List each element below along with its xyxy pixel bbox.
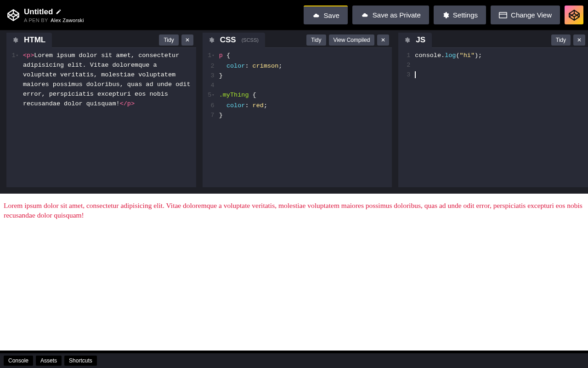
- change-view-button[interactable]: Change View: [491, 6, 560, 24]
- line-number: 1▾: [6, 51, 23, 109]
- css-panel-header: CSS (SCSS) Tidy View Compiled ✕: [203, 33, 392, 48]
- preview-paragraph: Lorem ipsum dolor sit amet, consectetur …: [4, 201, 583, 220]
- close-icon: ✕: [185, 37, 190, 43]
- editor-panels: HTML Tidy ✕ 1▾ <p>Lorem ipsum dolor sit …: [0, 33, 588, 187]
- js-panel-title: JS: [416, 35, 425, 45]
- title-area: Untitled A PEN BY Alex Zaworski: [24, 7, 304, 23]
- save-button[interactable]: Save: [304, 6, 348, 24]
- js-editor[interactable]: 1console.log("hi"); 2 3: [398, 48, 588, 187]
- save-private-button[interactable]: Save as Private: [352, 6, 429, 24]
- js-tidy-button[interactable]: Tidy: [551, 34, 571, 46]
- html-tidy-button[interactable]: Tidy: [159, 34, 178, 46]
- html-close-button[interactable]: ✕: [181, 34, 193, 46]
- close-icon: ✕: [381, 37, 385, 43]
- panel-preview-divider[interactable]: [0, 187, 588, 194]
- preview-pane[interactable]: Lorem ipsum dolor sit amet, consectetur …: [0, 194, 588, 351]
- gear-icon: [442, 12, 449, 19]
- footer-bar: Console Assets Shortcuts: [0, 353, 588, 368]
- console-button[interactable]: Console: [4, 356, 33, 366]
- js-panel-header: JS Tidy ✕: [398, 33, 588, 48]
- css-panel-title: CSS: [220, 35, 236, 45]
- assets-button[interactable]: Assets: [36, 356, 62, 366]
- html-editor[interactable]: 1▾ <p>Lorem ipsum dolor sit amet, consec…: [6, 48, 196, 187]
- settings-button[interactable]: Settings: [434, 6, 486, 24]
- css-settings-icon[interactable]: [206, 35, 216, 45]
- html-panel: HTML Tidy ✕ 1▾ <p>Lorem ipsum dolor sit …: [6, 33, 196, 187]
- cloud-icon: [312, 12, 320, 19]
- app-header: Untitled A PEN BY Alex Zaworski Save Sav…: [0, 0, 588, 30]
- cloud-lock-icon: [361, 12, 369, 18]
- byline: A PEN BY Alex Zaworski: [24, 17, 304, 23]
- html-panel-header: HTML Tidy ✕: [6, 33, 196, 48]
- close-icon: ✕: [577, 37, 582, 43]
- css-editor[interactable]: 1▾p { 2 color: crimson; 3} 4 5▾.myThing …: [203, 48, 392, 187]
- css-preprocessor-label: (SCSS): [242, 37, 259, 43]
- js-close-button[interactable]: ✕: [573, 34, 585, 46]
- pen-title[interactable]: Untitled: [24, 7, 53, 17]
- css-close-button[interactable]: ✕: [377, 34, 389, 46]
- html-panel-title: HTML: [24, 35, 45, 45]
- svg-rect-3: [499, 12, 507, 18]
- html-settings-icon[interactable]: [10, 35, 20, 45]
- text-cursor: [415, 71, 416, 78]
- css-view-compiled-button[interactable]: View Compiled: [329, 34, 375, 46]
- header-actions: Save Save as Private Settings Change Vie…: [304, 6, 583, 24]
- layout-icon: [499, 12, 507, 18]
- js-panel: JS Tidy ✕ 1console.log("hi"); 2 3: [398, 33, 588, 187]
- shortcuts-button[interactable]: Shortcuts: [64, 356, 97, 366]
- author-link[interactable]: Alex Zaworski: [51, 17, 84, 23]
- codepen-logo-icon[interactable]: [6, 8, 20, 22]
- js-settings-icon[interactable]: [402, 35, 412, 45]
- css-panel: CSS (SCSS) Tidy View Compiled ✕ 1▾p { 2 …: [203, 33, 392, 187]
- edit-title-icon[interactable]: [56, 9, 62, 15]
- css-tidy-button[interactable]: Tidy: [306, 34, 326, 46]
- user-avatar[interactable]: [565, 6, 583, 24]
